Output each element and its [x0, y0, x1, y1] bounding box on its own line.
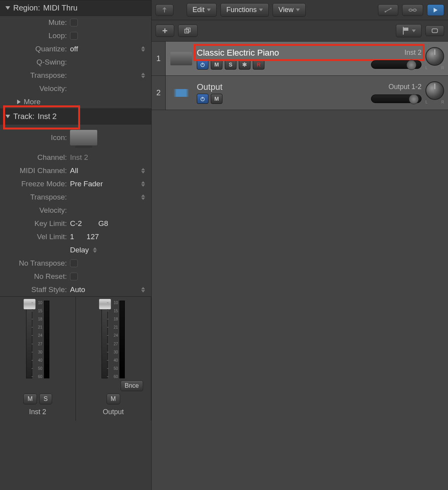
- notranspose-label: No Transpose:: [4, 259, 70, 268]
- loop-label: Loop:: [4, 32, 70, 40]
- track-midi-row: MIDI Channel: All: [0, 164, 151, 177]
- region-transpose-row: Transpose:: [0, 69, 151, 82]
- track-header-value: Inst 2: [38, 112, 57, 121]
- disclosure-down-icon: [5, 6, 10, 10]
- track-transpose-label: Transpose:: [4, 193, 70, 201]
- delay-stepper[interactable]: [93, 247, 97, 253]
- colors-button[interactable]: [396, 24, 422, 37]
- automation-button[interactable]: [378, 4, 398, 16]
- mute-button-1[interactable]: M: [23, 394, 37, 404]
- staff-stepper[interactable]: [141, 287, 145, 292]
- region-velocity-label: Velocity:: [4, 84, 70, 93]
- channel-value: Inst 2: [70, 153, 88, 162]
- vellimit-label: Vel Limit:: [4, 233, 70, 241]
- volume-slider[interactable]: [371, 60, 422, 69]
- functions-menu[interactable]: Functions: [220, 3, 269, 17]
- mixer-area: 10151821242730405060 M S Inst 2 10151821…: [0, 296, 151, 421]
- track-header[interactable]: Track: Inst 2: [0, 108, 151, 124]
- tool-active-button[interactable]: [427, 4, 444, 16]
- more-label: More: [24, 98, 40, 106]
- fader-2[interactable]: [102, 301, 108, 378]
- volume-slider[interactable]: [371, 94, 422, 103]
- quantize-stepper[interactable]: [141, 46, 145, 52]
- solo-button-1[interactable]: S: [39, 394, 52, 404]
- noreset-checkbox[interactable]: [70, 273, 78, 280]
- inspector-panel: Region: MIDI Thru Mute: Loop: Quantize: …: [0, 0, 152, 490]
- keylimit-low[interactable]: C-2: [70, 219, 82, 228]
- track-notranspose-row: No Transpose:: [0, 257, 151, 270]
- staff-label: Staff Style:: [4, 285, 70, 294]
- region-loop-row: Loop:: [0, 29, 151, 42]
- track-velocity-label: Velocity:: [4, 206, 70, 215]
- add-track-button[interactable]: [156, 24, 174, 37]
- keylimit-high[interactable]: G8: [98, 219, 108, 228]
- edit-menu[interactable]: Edit: [187, 3, 217, 17]
- view-menu[interactable]: View: [273, 3, 306, 17]
- mute-checkbox[interactable]: [70, 19, 78, 26]
- loop-checkbox[interactable]: [70, 32, 78, 40]
- solo-button[interactable]: S: [225, 60, 236, 70]
- catch-button[interactable]: [425, 25, 444, 36]
- track-controls: M: [197, 94, 422, 104]
- track-name[interactable]: Output: [197, 82, 222, 92]
- pan-knob[interactable]: [425, 47, 444, 66]
- mute-button[interactable]: M: [211, 60, 222, 70]
- track-list: 1 Classic Electric Piano Inst 2 M S ✻ R: [152, 42, 448, 490]
- freeze-label: Freeze Mode:: [4, 180, 70, 188]
- freeze-stepper[interactable]: [141, 181, 145, 187]
- power-button[interactable]: [197, 60, 208, 70]
- freeze-button[interactable]: ✻: [239, 60, 250, 70]
- track-channel-row: Channel: Inst 2: [0, 151, 151, 164]
- track-transpose-stepper[interactable]: [141, 194, 145, 200]
- track-icon-preview[interactable]: [70, 130, 97, 145]
- qswing-label: Q-Swing:: [4, 58, 70, 66]
- track-freeze-row: Freeze Mode: Pre Fader: [0, 177, 151, 191]
- waveform-icon: [173, 89, 189, 97]
- quantize-value[interactable]: off: [70, 45, 78, 53]
- region-velocity-row: Velocity:: [0, 82, 151, 95]
- piano-icon: [170, 52, 192, 65]
- vellimit-high[interactable]: 127: [87, 233, 99, 241]
- track-vellimit-row: Vel Limit: 1 127: [0, 230, 151, 243]
- fader-scale: 10151821242730405060: [108, 301, 119, 378]
- fader-1[interactable]: [26, 301, 32, 378]
- power-button[interactable]: [197, 94, 208, 104]
- meter-1: [44, 301, 49, 378]
- track-row-2[interactable]: 2 Output Output 1-2 M LR: [152, 76, 448, 110]
- midi-stepper[interactable]: [141, 168, 145, 173]
- channel-label: Channel:: [4, 153, 70, 162]
- freeze-value[interactable]: Pre Fader: [70, 180, 103, 188]
- strip-name-1: Inst 2: [27, 406, 49, 418]
- mute-button[interactable]: M: [211, 94, 222, 104]
- notranspose-checkbox[interactable]: [70, 259, 78, 267]
- pan-labels: LR: [425, 100, 444, 104]
- region-more-row[interactable]: More: [0, 95, 151, 108]
- record-button[interactable]: R: [253, 60, 264, 70]
- track-row-1[interactable]: 1 Classic Electric Piano Inst 2 M S ✻ R: [152, 42, 448, 76]
- track-keylimit-row: Key Limit: C-2 G8: [0, 217, 151, 230]
- channel-strip-1: 10151821242730405060 M S Inst 2: [0, 297, 76, 421]
- back-button[interactable]: [156, 4, 173, 16]
- flex-button[interactable]: [402, 4, 423, 16]
- vellimit-low[interactable]: 1: [70, 233, 74, 241]
- track-name[interactable]: Classic Electric Piano: [197, 48, 279, 58]
- staff-value[interactable]: Auto: [70, 285, 85, 294]
- mute-button-2[interactable]: M: [107, 394, 120, 404]
- duplicate-track-button[interactable]: [178, 24, 198, 37]
- track-velocity-row: Velocity:: [0, 204, 151, 217]
- region-header[interactable]: Region: MIDI Thru: [0, 0, 151, 16]
- arrange-panel: Edit Functions View 1: [152, 0, 448, 490]
- region-quantize-row: Quantize: off: [0, 42, 151, 56]
- icon-label: Icon:: [4, 133, 70, 142]
- delay-label[interactable]: Delay: [70, 246, 89, 254]
- midi-value[interactable]: All: [70, 166, 78, 175]
- transpose-stepper[interactable]: [141, 73, 145, 78]
- region-header-value: MIDI Thru: [43, 4, 78, 12]
- channel-strip-2: 10151821242730405060 Bnce M Output: [76, 297, 152, 421]
- pan-labels: LR: [425, 66, 444, 70]
- pan-knob[interactable]: [425, 81, 444, 100]
- track-noreset-row: No Reset:: [0, 270, 151, 283]
- region-transpose-label: Transpose:: [4, 71, 70, 80]
- bounce-button[interactable]: Bnce: [121, 380, 143, 391]
- track-icon-row: Icon:: [0, 124, 151, 151]
